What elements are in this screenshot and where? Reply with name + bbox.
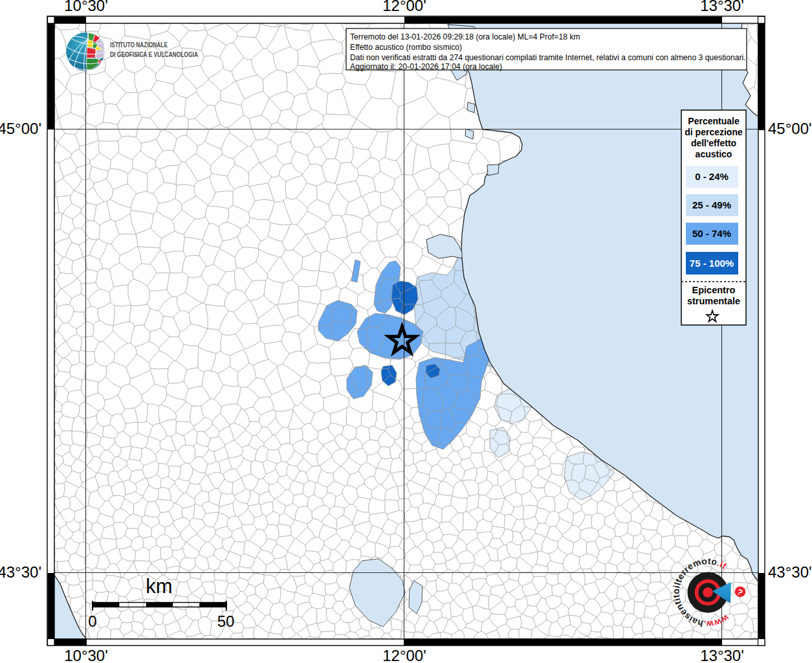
- svg-text:43°30': 43°30': [768, 563, 812, 581]
- svg-text:0: 0: [88, 612, 96, 630]
- svg-text:di percezione: di percezione: [685, 127, 743, 137]
- svg-text:ISTITUTO NAZIONALE: ISTITUTO NAZIONALE: [110, 41, 168, 49]
- svg-text:km: km: [146, 575, 172, 598]
- svg-text:Epicentro: Epicentro: [692, 285, 736, 295]
- svg-text:12°00': 12°00': [382, 0, 426, 14]
- svg-text:50: 50: [217, 612, 235, 630]
- svg-text:0 - 24%: 0 - 24%: [695, 171, 729, 182]
- svg-text:DI GEOFISICA E VULCANOLOGIA: DI GEOFISICA E VULCANOLOGIA: [110, 51, 198, 58]
- svg-text:13°30': 13°30': [700, 647, 744, 663]
- svg-text:Terremoto del 13-01-2026 09:29: Terremoto del 13-01-2026 09:29:18 (ora l…: [350, 32, 580, 41]
- svg-text:strumentale: strumentale: [687, 296, 740, 306]
- svg-text:45°00': 45°00': [768, 120, 812, 137]
- svg-text:10°30': 10°30': [64, 647, 108, 663]
- svg-text:45°00': 45°00': [0, 120, 41, 137]
- svg-text:50 - 74%: 50 - 74%: [692, 228, 731, 239]
- svg-text:dell'effetto: dell'effetto: [691, 138, 736, 148]
- svg-text:Percentuale: Percentuale: [688, 116, 740, 126]
- svg-text:Effetto acustico (rombo sismic: Effetto acustico (rombo sismico): [350, 43, 462, 52]
- svg-text:75 - 100%: 75 - 100%: [690, 258, 734, 269]
- svg-text:13°30': 13°30': [700, 0, 744, 14]
- svg-text:Dati non verificati estratti d: Dati non verificati estratti da 274 ques…: [350, 53, 746, 62]
- svg-text:12°00': 12°00': [382, 647, 426, 663]
- svg-text:10°30': 10°30': [64, 0, 108, 14]
- svg-text:25 - 49%: 25 - 49%: [692, 199, 731, 210]
- svg-text:Aggiornato il: 20-01-2026 17:0: Aggiornato il: 20-01-2026 17:04 (ora loc…: [350, 62, 502, 71]
- svg-text:43°30': 43°30': [0, 563, 41, 581]
- svg-text:acustico: acustico: [696, 149, 732, 159]
